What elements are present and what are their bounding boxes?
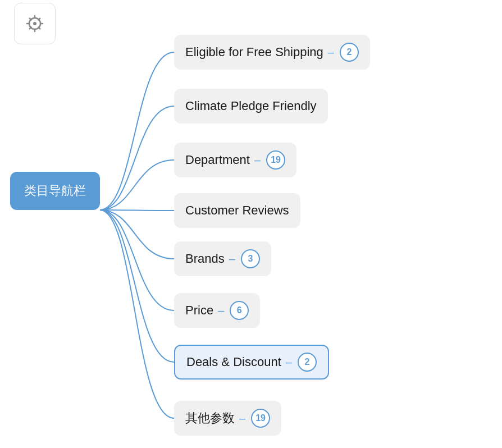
branch-node-price[interactable]: Price–6 (174, 293, 260, 328)
branch-label-climate-pledge: Climate Pledge Friendly (185, 99, 317, 113)
top-icon (14, 3, 56, 44)
badge-brands: 3 (241, 249, 260, 268)
branch-label-customer-reviews: Customer Reviews (185, 203, 289, 218)
diagram-container: 类目导航栏 Eligible for Free Shipping–2Climat… (0, 0, 502, 448)
badge-department: 19 (266, 150, 285, 170)
branch-node-customer-reviews[interactable]: Customer Reviews (174, 193, 300, 228)
branch-label-other-params: 其他参数 (185, 410, 235, 427)
branch-label-department: Department (185, 153, 250, 167)
branch-label-free-shipping: Eligible for Free Shipping (185, 45, 323, 60)
branch-label-deals-discount: Deals & Discount (186, 355, 281, 369)
branch-label-price: Price (185, 303, 213, 318)
branch-label-brands: Brands (185, 252, 225, 266)
badge-price: 6 (230, 301, 249, 320)
branch-node-department[interactable]: Department–19 (174, 143, 296, 177)
branch-node-other-params[interactable]: 其他参数–19 (174, 401, 281, 436)
badge-other-params: 19 (251, 409, 270, 428)
root-node[interactable]: 类目导航栏 (10, 172, 100, 210)
svg-point-1 (33, 22, 36, 25)
branch-node-free-shipping[interactable]: Eligible for Free Shipping–2 (174, 35, 370, 70)
settings-icon (22, 11, 47, 36)
root-label: 类目导航栏 (24, 182, 86, 199)
badge-free-shipping: 2 (340, 43, 359, 62)
branch-node-climate-pledge[interactable]: Climate Pledge Friendly (174, 89, 328, 124)
branch-node-deals-discount[interactable]: Deals & Discount–2 (174, 345, 329, 380)
branch-node-brands[interactable]: Brands–3 (174, 241, 271, 276)
badge-deals-discount: 2 (298, 353, 317, 372)
